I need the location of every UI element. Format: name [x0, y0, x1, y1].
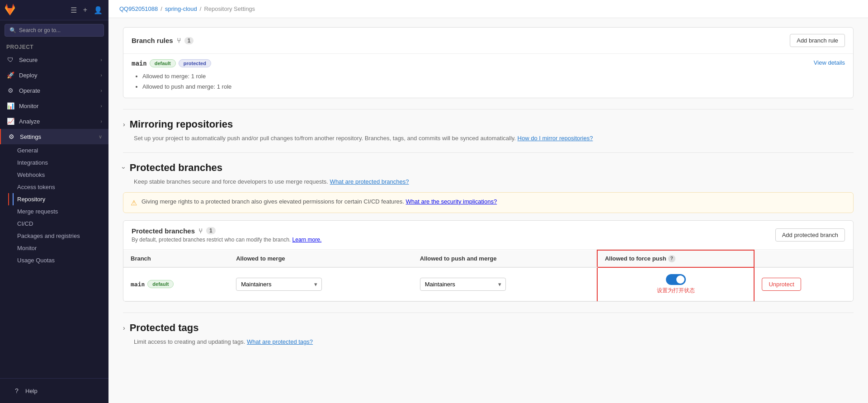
- search-icon: 🔍: [9, 27, 16, 33]
- mirroring-title: Mirroring repositories: [130, 119, 233, 130]
- breadcrumb: QQ952051088 / spring-cloud / Repository …: [108, 0, 868, 18]
- sidebar-item-help[interactable]: ? Help: [6, 383, 102, 398]
- protected-tags-header: › Protected tags: [123, 322, 854, 334]
- protected-branches-title: Protected branches: [130, 162, 222, 174]
- protected-tags-title: Protected tags: [130, 322, 199, 334]
- td-merge: Maintainers Developers + Maintainers No …: [229, 267, 412, 301]
- warning-link[interactable]: What are the security implications?: [406, 198, 497, 205]
- chevron-right-icon: ›: [100, 119, 102, 124]
- th-force-push: Allowed to force push ?: [597, 250, 754, 267]
- sidebar-item-label: Analyze: [19, 118, 40, 125]
- pb-card-header: Protected branches ⑂ 1 By default, prote…: [123, 221, 853, 250]
- td-push: Maintainers Developers + Maintainers No …: [413, 267, 597, 301]
- pb-learn-more[interactable]: Learn more.: [292, 237, 322, 243]
- force-push-header-content: Allowed to force push ?: [605, 255, 746, 262]
- breadcrumb-part-3: Repository Settings: [204, 5, 255, 12]
- sidebar-subitem-webhooks[interactable]: Webhooks: [17, 169, 108, 181]
- sidebar-item-monitor[interactable]: 📊 Monitor ›: [0, 98, 108, 114]
- breadcrumb-part-2[interactable]: spring-cloud: [165, 5, 197, 12]
- protected-tags-section: › Protected tags Limit access to creatin…: [123, 313, 854, 345]
- help-label: Help: [25, 388, 38, 394]
- branch-detail-push: Allowed to push and merge: 1 role: [142, 81, 231, 92]
- mirroring-link[interactable]: How do I mirror repositories?: [518, 135, 593, 142]
- view-details-link[interactable]: View details: [814, 59, 845, 66]
- force-push-cell-content: 设置为打开状态: [605, 274, 746, 294]
- gitlab-logo[interactable]: [4, 4, 16, 16]
- protected-branches-card: Protected branches ⑂ 1 By default, prote…: [123, 220, 854, 302]
- sidebar-item-label: Settings: [20, 133, 41, 140]
- pb-count: 1: [206, 227, 216, 234]
- chevron-right-icon: ›: [100, 88, 102, 93]
- branch-details: Allowed to merge: 1 role Allowed to push…: [132, 71, 231, 92]
- branch-rules-card: Branch rules ⑂ 1 Add branch rule main de…: [123, 27, 854, 98]
- breadcrumb-part-1[interactable]: QQ952051088: [119, 5, 158, 12]
- protected-branches-header: › Protected branches: [123, 162, 854, 174]
- pb-chevron-icon[interactable]: ›: [120, 166, 127, 169]
- th-allowed-push: Allowed to push and merge: [413, 250, 597, 267]
- protected-branches-table: Branch Allowed to merge Allowed to push …: [123, 250, 853, 301]
- force-push-toggle[interactable]: [666, 274, 686, 285]
- push-select[interactable]: Maintainers Developers + Maintainers No …: [420, 278, 506, 291]
- push-select-wrap: Maintainers Developers + Maintainers No …: [420, 278, 506, 291]
- branch-detail-merge: Allowed to merge: 1 role: [142, 71, 231, 81]
- sidebar-subitem-usage-quotas[interactable]: Usage Quotas: [17, 254, 108, 266]
- protected-tags-link[interactable]: What are protected tags?: [247, 338, 313, 345]
- table-header-row: Branch Allowed to merge Allowed to push …: [123, 250, 853, 267]
- sidebar-subitem-general[interactable]: General: [17, 144, 108, 156]
- pt-chevron-icon[interactable]: ›: [123, 324, 125, 332]
- sidebar-top-icons: ☰ + 👤: [68, 5, 105, 15]
- protected-branches-link[interactable]: What are protected branches?: [330, 178, 409, 185]
- sidebar-subitem-merge-requests[interactable]: Merge requests: [17, 205, 108, 218]
- sidebar-nav: 🛡 Secure › 🚀 Deploy › ⚙ Operate › 📊 Moni…: [0, 52, 108, 378]
- mirroring-desc: Set up your project to automatically pus…: [134, 135, 854, 142]
- sidebar-item-settings[interactable]: ⚙ Settings ∨: [0, 129, 108, 144]
- add-branch-rule-button[interactable]: Add branch rule: [790, 34, 845, 47]
- user-avatar-icon[interactable]: 👤: [91, 5, 105, 15]
- pb-table-title: Protected branches ⑂ 1: [132, 227, 321, 235]
- sidebar-top-bar: ☰ + 👤: [0, 0, 108, 20]
- secure-icon: 🛡: [6, 56, 14, 64]
- protected-tags-divider: [123, 313, 854, 313]
- sidebar-item-analyze[interactable]: 📈 Analyze ›: [0, 114, 108, 129]
- sidebar-subitem-repository[interactable]: Repository: [13, 193, 108, 205]
- branch-tag-default: default: [150, 59, 176, 67]
- add-protected-branch-button[interactable]: Add protected branch: [775, 228, 845, 242]
- sidebar-item-label: Monitor: [19, 103, 38, 109]
- td-branch: main default: [123, 267, 229, 301]
- sidebar-subitem-cicd[interactable]: CI/CD: [17, 218, 108, 230]
- merge-select[interactable]: Maintainers Developers + Maintainers No …: [236, 278, 322, 291]
- sidebar-subitem-integrations[interactable]: Integrations: [17, 156, 108, 169]
- sidebar-search-area: 🔍 Search or go to...: [0, 20, 108, 40]
- breadcrumb-sep-2: /: [200, 5, 202, 12]
- sidebar-item-label: Operate: [19, 87, 40, 94]
- td-branch-content: main default: [131, 280, 222, 288]
- search-placeholder: Search or go to...: [19, 27, 61, 33]
- sidebar-item-secure[interactable]: 🛡 Secure ›: [0, 52, 108, 67]
- sidebar-subitem-packages[interactable]: Packages and registries: [17, 230, 108, 242]
- protected-branches-divider: [123, 152, 854, 153]
- th-branch: Branch: [123, 250, 229, 267]
- unprotect-button[interactable]: Unprotect: [762, 278, 801, 291]
- main-content: QQ952051088 / spring-cloud / Repository …: [108, 0, 868, 403]
- branch-rules-header: Branch rules ⑂ 1 Add branch rule: [123, 28, 853, 54]
- sidebar-subitem-access-tokens[interactable]: Access tokens: [17, 181, 108, 193]
- sidebar-item-deploy[interactable]: 🚀 Deploy ›: [0, 67, 108, 83]
- search-box[interactable]: 🔍 Search or go to...: [5, 24, 104, 37]
- branch-rules-row: main default protected Allowed to merge:…: [123, 54, 853, 98]
- branch-rules-title: Branch rules ⑂ 1: [132, 37, 193, 44]
- sidebar-toggle-icon[interactable]: ☰: [68, 5, 79, 15]
- sidebar-item-operate[interactable]: ⚙ Operate ›: [0, 83, 108, 98]
- help-icon: ?: [13, 387, 21, 395]
- branch-name: main: [132, 60, 147, 67]
- operate-icon: ⚙: [6, 86, 14, 95]
- new-item-icon[interactable]: +: [81, 5, 90, 15]
- chevron-down-icon: ∨: [99, 134, 102, 140]
- mirroring-chevron-icon[interactable]: ›: [123, 121, 125, 128]
- deploy-icon: 🚀: [6, 71, 14, 79]
- sidebar: ☰ + 👤 🔍 Search or go to... Project 🛡 Sec…: [0, 0, 108, 403]
- mirroring-header: › Mirroring repositories: [123, 119, 854, 130]
- sidebar-subitem-monitor[interactable]: Monitor: [17, 242, 108, 254]
- project-section-label: Project: [0, 40, 108, 52]
- settings-subitems: General Integrations Webhooks Access tok…: [0, 144, 108, 266]
- force-push-help-icon[interactable]: ?: [668, 255, 675, 262]
